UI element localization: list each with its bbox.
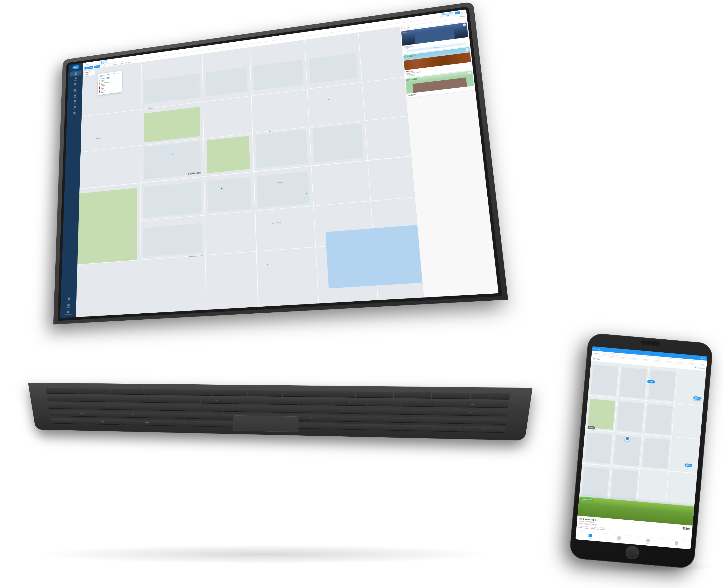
map-pin[interactable] [238, 225, 239, 227]
key-k[interactable]: K [368, 416, 407, 422]
date-filter[interactable]: Date ▾ [101, 64, 106, 67]
filter-tab-price[interactable]: Price [117, 72, 121, 75]
key-alt-left[interactable]: option [85, 419, 120, 424]
listing-cart-icon-2[interactable]: 🛒 [466, 48, 469, 51]
key-return[interactable]: return [437, 401, 509, 407]
key-f11[interactable] [432, 393, 470, 399]
key-5[interactable]: 5 [201, 398, 233, 403]
sidebar-item-search[interactable]: Search [69, 76, 81, 82]
key-p[interactable]: P [397, 408, 434, 415]
sidebar-item-chat[interactable]: Chat [69, 99, 81, 105]
key-7[interactable]: 7 [266, 399, 298, 405]
phone-nav-map[interactable]: Map [588, 533, 592, 539]
key-f3[interactable] [144, 389, 178, 395]
key-f8[interactable] [319, 391, 356, 397]
map-pin[interactable] [267, 264, 268, 266]
open-house-toggle[interactable] [107, 77, 110, 79]
sidebar-item-carrot[interactable]: Carrot [69, 82, 81, 88]
price-bubble-1.5m[interactable]: $1.5m [647, 380, 655, 384]
map-pin[interactable] [269, 131, 270, 132]
key-h[interactable]: H [293, 415, 330, 421]
key-1[interactable]: 1 [77, 396, 107, 402]
sidebar-item-liveseen[interactable]: Liveseen [62, 303, 75, 310]
key-y[interactable]: Y [257, 406, 291, 412]
layers-button[interactable]: ⊞ Layers [85, 73, 90, 76]
key-t[interactable]: T [224, 406, 257, 412]
map-pin[interactable] [328, 99, 329, 100]
list-toggle-btn[interactable]: List [460, 10, 464, 14]
phone-tab-list[interactable]: List [597, 358, 600, 360]
key-6[interactable]: 6 [233, 398, 265, 404]
key-f6[interactable] [248, 391, 282, 396]
key-j[interactable]: J [331, 415, 368, 422]
sidebar-item-listings[interactable]: Listings [68, 110, 80, 117]
sidebar-item-daily[interactable]: Daily [70, 70, 82, 77]
filter-tab-listing-type[interactable]: Listing Type [100, 74, 105, 78]
key-delete[interactable]: delete [470, 393, 510, 399]
key-o[interactable]: O [361, 408, 397, 414]
price-bubble-250k[interactable]: $250k [588, 426, 595, 429]
key-f10[interactable] [394, 392, 431, 398]
sidebar-item-engage[interactable]: Engage [69, 87, 81, 94]
price-bubble-200k[interactable]: $200k [693, 396, 702, 400]
key-e[interactable]: E [158, 405, 190, 411]
sidebar-item-contacts[interactable]: Contacts [69, 93, 81, 99]
key-shift-right[interactable]: shift [434, 409, 508, 416]
phone-nav-profile[interactable]: Profile [675, 541, 679, 547]
key-backtick[interactable]: ` [47, 396, 77, 401]
key-d[interactable]: D [185, 413, 220, 419]
key-minus[interactable]: - [402, 400, 437, 406]
sidebar-item-calibrate[interactable]: Calibrate Sitebase [62, 310, 75, 316]
sidebar-item-support[interactable]: Support [62, 296, 75, 303]
key-9[interactable]: 9 [333, 400, 366, 405]
sidebar-item-docs[interactable]: Docs [69, 104, 80, 111]
key-u[interactable]: U [292, 407, 326, 413]
select-all-checkbox[interactable] [401, 27, 403, 29]
key-8[interactable]: 8 [299, 399, 332, 405]
key-caps[interactable]: caps lock [49, 411, 115, 417]
key-fn[interactable]: fn [447, 417, 507, 424]
phone-tab-map[interactable]: Map [593, 357, 596, 360]
map-pin[interactable] [306, 192, 307, 194]
beds-filter[interactable]: Beds ▾ [113, 62, 119, 65]
key-alt-right[interactable]: option [463, 426, 506, 432]
key-l[interactable]: L [407, 417, 446, 423]
filter-tab-date[interactable]: Date [112, 73, 116, 76]
key-w[interactable]: W [126, 404, 158, 410]
key-f9[interactable] [356, 392, 393, 398]
key-s[interactable]: S [150, 412, 184, 418]
key-f7[interactable] [283, 391, 319, 397]
phone-nav-search[interactable]: Search [617, 536, 621, 542]
listing-cart-icon-3[interactable]: 🛒 [468, 71, 471, 75]
price-filter[interactable]: Price ▾ [107, 63, 112, 66]
advanced-filter[interactable]: Advanced [126, 60, 133, 64]
key-q[interactable]: Q [94, 404, 126, 410]
map-toggle-btn[interactable]: Map [455, 11, 460, 15]
baths-filter[interactable]: Baths ▾ [120, 62, 126, 65]
map-area[interactable]: Baltimore PIMLICO PIKESVILLE Leakin Park… [76, 27, 424, 317]
phone-map[interactable]: $1.5m $200k $250k $325k Active + 1 DOM [576, 361, 706, 541]
price-bubble-325k[interactable]: $325k [684, 463, 692, 467]
phone-filters-btn[interactable]: Filters [593, 352, 600, 356]
key-a[interactable]: A [115, 412, 150, 417]
phone-save-search-btn[interactable]: 💾 Save Search [694, 366, 705, 369]
key-f2[interactable] [111, 389, 144, 395]
key-cmd-left[interactable]: command [120, 419, 174, 425]
key-f4[interactable] [178, 390, 212, 395]
key-tab[interactable]: tab [48, 403, 94, 409]
laptop-touchpad[interactable] [233, 415, 298, 432]
key-r[interactable]: R [190, 405, 223, 411]
phone-nav-home[interactable]: Home [646, 539, 650, 544]
key-f5[interactable] [213, 390, 247, 396]
status-filter[interactable]: Status ▾ [93, 65, 100, 68]
key-ctrl[interactable]: control [50, 418, 85, 424]
key-0[interactable]: 0 [367, 400, 401, 406]
key-2[interactable]: 2 [107, 396, 138, 402]
filter-tab-status[interactable]: Status [107, 74, 111, 77]
key-esc[interactable]: esc [46, 388, 78, 394]
key-cmd-right[interactable]: command [402, 425, 463, 431]
active-toggle-btn[interactable]: Active [101, 60, 107, 64]
key-f1[interactable] [78, 388, 111, 394]
key-4[interactable]: 4 [169, 397, 200, 403]
key-i[interactable]: I [326, 407, 361, 414]
